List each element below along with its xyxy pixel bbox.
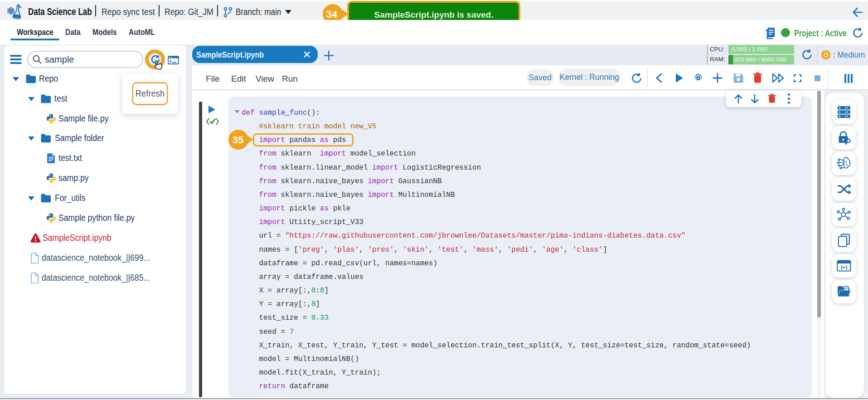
svg-text:(∞): (∞) bbox=[840, 264, 848, 270]
svg-text:35: 35 bbox=[233, 134, 243, 146]
svg-text:34: 34 bbox=[326, 9, 338, 20]
